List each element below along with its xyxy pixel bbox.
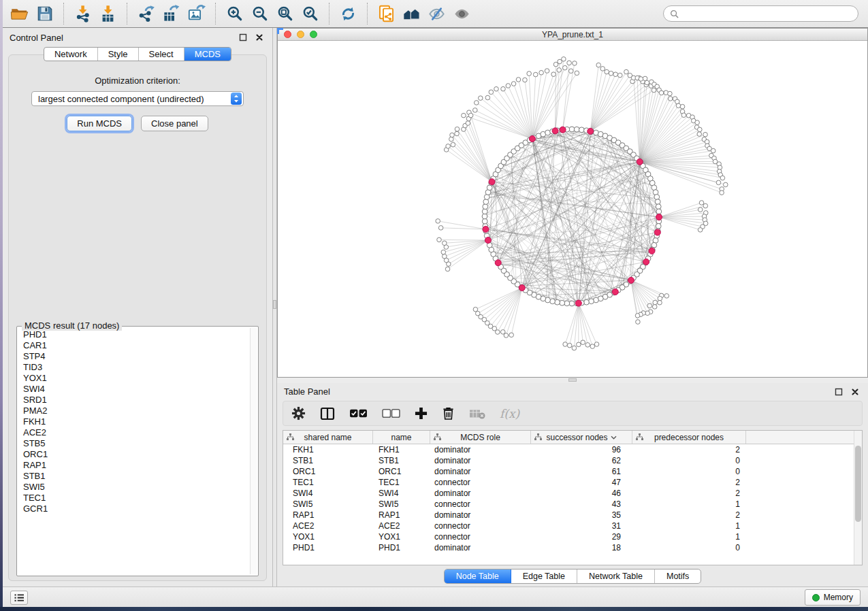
cytoscape-app-window: Control Panel Network Style Select MCDS … [0,0,868,611]
network-window-titlebar[interactable]: YPA_prune.txt_1 [278,29,867,41]
list-item[interactable]: STP4 [18,351,249,362]
list-item[interactable]: FKH1 [18,416,249,427]
refresh-network-button[interactable] [336,2,361,25]
table-mode-button[interactable] [291,406,306,420]
search-field[interactable] [663,5,858,22]
list-item[interactable]: TID3 [18,362,249,373]
run-mcds-button[interactable]: Run MCDS [67,116,132,131]
zoom-out-button[interactable] [247,2,272,25]
zoom-in-button[interactable] [222,2,247,25]
list-item[interactable]: YOX1 [18,373,249,384]
share-network-button[interactable] [374,2,399,25]
list-item[interactable]: STB5 [18,438,249,449]
zoom-selected-button[interactable] [298,2,323,25]
export-table-button[interactable] [159,2,184,25]
list-item[interactable]: GCR1 [18,503,249,514]
table-row[interactable]: YOX1YOX1connector291 [283,531,862,542]
table-row[interactable]: ACE2ACE2connector311 [283,521,862,531]
horizontal-splitter[interactable] [277,378,868,383]
task-history-button[interactable] [10,591,28,605]
splitter-handle[interactable] [568,378,577,382]
splitter-handle[interactable] [273,300,276,309]
list-item[interactable]: TEC1 [18,493,249,503]
list-item[interactable]: SRD1 [18,395,249,406]
search-input[interactable] [682,9,852,18]
table-row[interactable]: STB1STB1dominator620 [283,455,862,466]
column-label: successor nodes [546,433,607,442]
table-row[interactable]: PHD1PHD1dominator180 [283,542,862,553]
tab-select[interactable]: Select [139,48,184,61]
mcds-result-list[interactable]: PHD1CAR1STP4TID3YOX1SWI4SRD1PMA2FKH1ACE2… [18,329,249,574]
scrollbar-thumb[interactable] [855,446,861,522]
list-item[interactable]: ACE2 [18,427,249,438]
deselect-all-columns-button[interactable] [382,408,400,418]
column-header-successor-nodes[interactable]: successor nodes [531,431,632,444]
table-cell: connector [430,499,531,509]
table-row[interactable]: ORC1ORC1dominator610 [283,466,862,477]
tab-style[interactable]: Style [98,48,139,61]
zoom-fit-button[interactable] [272,2,298,25]
column-label: predecessor nodes [654,433,724,442]
table-cell: 2 [632,445,746,455]
column-header-shared-name[interactable]: shared name [283,431,373,444]
column-label: shared name [304,433,351,442]
memory-button[interactable]: Memory [805,589,861,606]
list-item[interactable]: ORC1 [18,449,249,460]
mcds-result-scrollbar[interactable] [250,328,257,574]
import-network-button[interactable] [70,2,95,25]
tree-column-icon [434,433,441,441]
list-item[interactable]: RAP1 [18,460,249,471]
create-column-button[interactable] [415,407,428,420]
tab-motifs[interactable]: Motifs [655,569,701,583]
save-session-button[interactable] [32,2,57,25]
hide-graphics-details-button[interactable] [424,2,449,25]
table-cell: 47 [531,478,632,487]
table-row[interactable]: SWI5SWI5connector431 [283,499,862,510]
list-item[interactable]: CAR1 [18,340,249,351]
list-item[interactable]: STB1 [18,471,249,482]
vertical-splitter[interactable] [272,28,277,587]
table-cell: 46 [531,489,632,498]
tab-network[interactable]: Network [44,48,98,61]
float-panel-button[interactable] [238,33,248,42]
delete-column-button[interactable] [442,406,455,420]
tab-network-table[interactable]: Network Table [577,569,655,583]
list-item[interactable]: PMA2 [18,406,249,416]
import-table-button[interactable] [95,2,120,25]
table-cell: 1 [632,532,746,542]
close-panel-button[interactable] [255,33,264,42]
float-panel-button[interactable] [834,387,843,397]
table-row[interactable]: TEC1TEC1connector472 [283,477,862,488]
node-table[interactable]: shared namenameMCDS rolesuccessor nodesp… [283,430,863,565]
table-scrollbar[interactable] [854,431,862,565]
select-all-columns-button[interactable] [349,408,368,418]
list-item[interactable]: SWI4 [18,384,249,395]
show-column-panel-button[interactable] [320,406,335,421]
show-graphics-details-button[interactable] [449,2,475,25]
open-session-button[interactable] [7,2,32,25]
close-panel-action-button[interactable]: Close panel [141,116,208,131]
table-row[interactable]: FKH1FKH1dominator962 [283,444,862,455]
network-canvas[interactable] [278,41,867,377]
table-cell: 2 [632,489,746,498]
main-toolbar [3,0,868,28]
optimization-criterion-select[interactable]: largest connected component (undirected) [31,91,244,106]
column-header-predecessor-nodes[interactable]: predecessor nodes [632,431,746,444]
export-network-button[interactable] [133,2,159,25]
close-panel-button[interactable] [850,387,860,397]
table-cell: dominator [430,467,531,476]
tab-edge-table[interactable]: Edge Table [511,569,577,583]
tab-mcds[interactable]: MCDS [184,48,231,61]
table-row[interactable]: RAP1RAP1dominator352 [283,510,862,521]
export-image-button[interactable] [184,2,209,25]
first-neighbors-button[interactable] [399,2,424,25]
table-tabs-row: Node Table Edge Table Network Table Moti… [277,565,868,587]
tree-column-icon [287,433,294,441]
column-header-name[interactable]: name [373,431,430,444]
list-item[interactable]: PHD1 [18,329,249,340]
mcds-network-graph[interactable] [278,41,867,376]
table-row[interactable]: SWI4SWI4dominator462 [283,488,862,499]
list-item[interactable]: SWI5 [18,482,249,493]
column-header-MCDS-role[interactable]: MCDS role [430,431,531,444]
tab-node-table[interactable]: Node Table [445,569,511,583]
